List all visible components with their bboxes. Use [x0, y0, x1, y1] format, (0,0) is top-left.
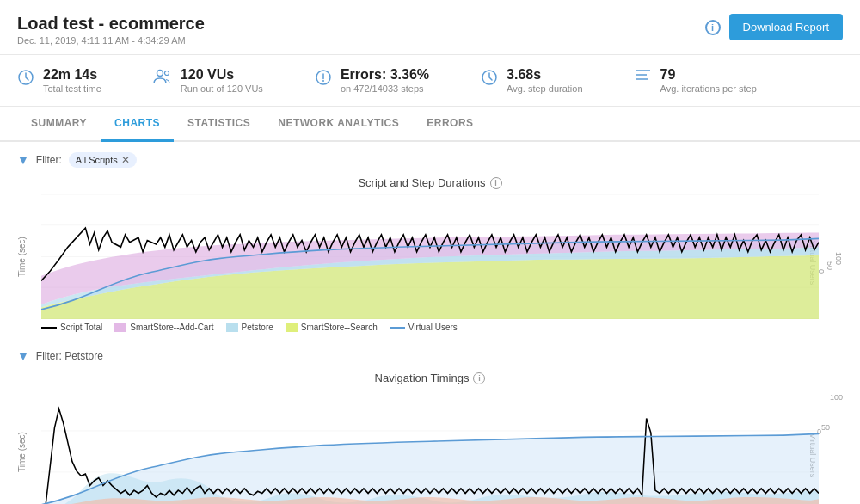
- filter-tag-1: All Scripts ✕: [69, 152, 137, 168]
- stat-label: Total test time: [43, 83, 101, 94]
- legend-smartstore-addcart: SmartStore--Add-Cart: [114, 323, 213, 332]
- test-date: Dec. 11, 2019, 4:11:11 AM - 4:34:29 AM: [17, 35, 205, 46]
- chart1-info-icon[interactable]: i: [490, 177, 502, 189]
- chart1-right-label: 100 50 0 Virtual Users: [819, 194, 843, 319]
- filter-bar-1: ▼ Filter: All Scripts ✕: [17, 152, 843, 168]
- stat-label: Avg. step duration: [507, 83, 582, 94]
- chart2-area: 0(s) 200(s) 400(s) 600(s) 800(s) 1000(s)…: [41, 390, 819, 504]
- tab-charts[interactable]: CHARTS: [101, 107, 174, 142]
- filter-bar-2: ▼ Filter: Petstore: [17, 349, 843, 363]
- filter-label-2: Filter: Petstore: [36, 350, 103, 362]
- users-icon: [153, 69, 172, 89]
- header-left: Load test - ecommerce Dec. 11, 2019, 4:1…: [17, 14, 205, 46]
- filter-icon: ▼: [17, 153, 29, 167]
- download-button[interactable]: Download Report: [729, 14, 843, 40]
- stats-bar: 22m 14s Total test time 120 VUs Run out …: [0, 55, 860, 107]
- main-content: ▼ Filter: All Scripts ✕ Script and Step …: [0, 142, 860, 504]
- list-icon: [635, 69, 652, 87]
- stat-label: Avg. iterations per step: [660, 83, 757, 94]
- stat-value: 79: [660, 67, 757, 83]
- chart1-legend: Script Total SmartStore--Add-Cart Petsto…: [17, 319, 843, 335]
- tab-errors[interactable]: ERRORS: [413, 107, 487, 142]
- stat-info: 120 VUs Run out of 120 VUs: [181, 67, 263, 94]
- stat-value: Errors: 3.36%: [341, 67, 429, 83]
- stat-value: 3.68s: [507, 67, 582, 83]
- tab-summary[interactable]: SUMMARY: [17, 107, 101, 142]
- legend-virtual-users: Virtual Users: [390, 323, 458, 332]
- stat-label: on 472/14033 steps: [341, 83, 429, 94]
- page-title: Load test - ecommerce: [17, 14, 205, 34]
- stat-info: 3.68s Avg. step duration: [507, 67, 582, 94]
- chart2-info-icon[interactable]: i: [473, 372, 485, 384]
- info-icon[interactable]: i: [705, 20, 721, 35]
- chart1-area: 60 40 20 0: [41, 194, 819, 319]
- chart2-left-label: Time (sec): [17, 390, 41, 504]
- stat-info: 22m 14s Total test time: [43, 67, 101, 94]
- stat-test-time: 22m 14s Total test time: [17, 67, 101, 94]
- filter2-icon: ▼: [17, 349, 29, 363]
- stat-info: Errors: 3.36% on 472/14033 steps: [341, 67, 429, 94]
- stat-value: 22m 14s: [43, 67, 101, 83]
- chart1-title: Script and Step Durations i: [17, 176, 843, 189]
- tabs: SUMMARY CHARTS STATISTICS NETWORK ANALYT…: [0, 107, 860, 142]
- chart-section-1: Script and Step Durations i Time (sec) 6…: [17, 176, 843, 335]
- chart2-right-label: 100 50 0 Virtual Users: [819, 390, 843, 504]
- warning-icon: [315, 69, 332, 90]
- svg-point-2: [164, 71, 169, 76]
- chart1-left-label: Time (sec): [17, 194, 41, 319]
- chart1-container: Time (sec) 60 40 20 0: [17, 194, 843, 319]
- stat-info: 79 Avg. iterations per step: [660, 67, 757, 94]
- tab-statistics[interactable]: STATISTICS: [174, 107, 264, 142]
- legend-petstore: Petstore: [226, 323, 273, 332]
- svg-point-1: [157, 71, 163, 77]
- stat-iterations: 79 Avg. iterations per step: [635, 67, 757, 94]
- clock-icon: [17, 69, 34, 90]
- filter-label-1: Filter:: [36, 154, 62, 166]
- stat-step-duration: 3.68s Avg. step duration: [481, 67, 582, 94]
- stat-value: 120 VUs: [181, 67, 263, 83]
- chart2-container: Time (sec): [17, 390, 843, 504]
- legend-script-total: Script Total: [41, 323, 102, 332]
- header: Load test - ecommerce Dec. 11, 2019, 4:1…: [0, 0, 860, 55]
- stat-errors: Errors: 3.36% on 472/14033 steps: [315, 67, 429, 94]
- chart-section-2: Navigation Timings i Time (sec): [17, 372, 843, 504]
- filter-close-icon[interactable]: ✕: [121, 154, 130, 166]
- tab-network-analytics[interactable]: NETWORK ANALYTICS: [264, 107, 413, 142]
- stat-label: Run out of 120 VUs: [181, 83, 263, 94]
- svg-point-4: [322, 80, 324, 82]
- clock2-icon: [481, 69, 498, 90]
- chart2-title: Navigation Timings i: [17, 372, 843, 384]
- header-right: i Download Report: [705, 14, 843, 40]
- legend-smartstore-search: SmartStore--Search: [286, 323, 378, 332]
- stat-vus: 120 VUs Run out of 120 VUs: [153, 67, 263, 94]
